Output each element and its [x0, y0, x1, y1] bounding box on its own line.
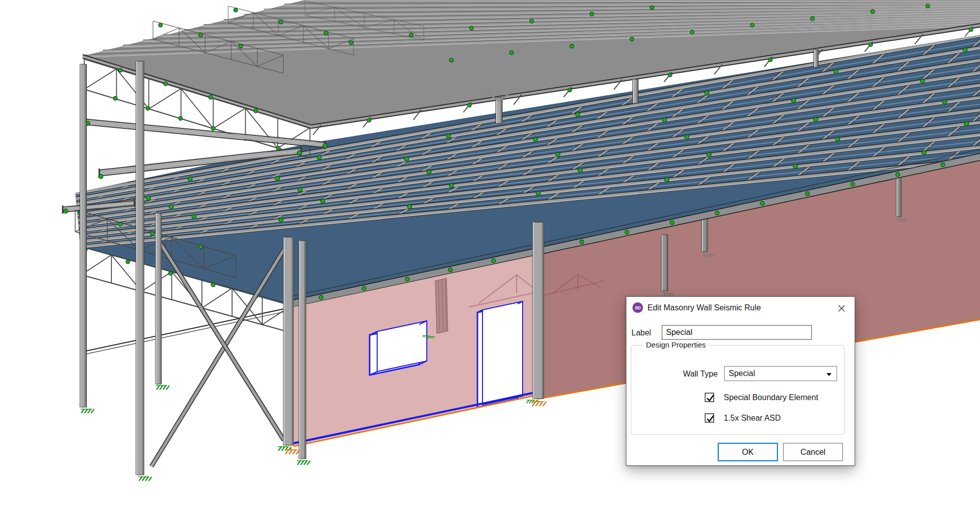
- edit-masonry-wall-seismic-rule-dialog: 3D Edit Masonry Wall Seismic Rule Label …: [626, 296, 855, 466]
- checkmark-icon: [705, 413, 716, 424]
- special-boundary-element-label: Special Boundary Element: [724, 393, 819, 402]
- label-input[interactable]: [662, 325, 812, 340]
- chevron-down-icon: [827, 373, 832, 376]
- close-icon[interactable]: [836, 303, 848, 314]
- shear-asd-label: 1.5x Shear ASD: [724, 414, 781, 423]
- ok-button[interactable]: OK: [718, 443, 778, 461]
- checkmark-icon: [705, 393, 716, 403]
- wall-type-dropdown[interactable]: Special: [724, 366, 837, 381]
- shear-asd-checkbox[interactable]: [705, 413, 714, 423]
- dialog-title: Edit Masonry Wall Seismic Rule: [647, 303, 761, 312]
- wall-type-value: Special: [729, 369, 755, 378]
- dialog-titlebar[interactable]: 3D Edit Masonry Wall Seismic Rule: [626, 297, 855, 319]
- label-field-caption: Label: [631, 328, 651, 337]
- cancel-button[interactable]: Cancel: [783, 443, 843, 461]
- group-legend: Design Properties: [643, 340, 708, 349]
- special-boundary-element-checkbox[interactable]: [705, 393, 714, 402]
- wall-type-caption: Wall Type: [651, 370, 718, 379]
- app-window: 3D Edit Masonry Wall Seismic Rule Label …: [0, 0, 980, 532]
- design-properties-group: Design Properties Wall Type Special Spec…: [631, 345, 845, 435]
- app-3d-icon: 3D: [632, 302, 643, 313]
